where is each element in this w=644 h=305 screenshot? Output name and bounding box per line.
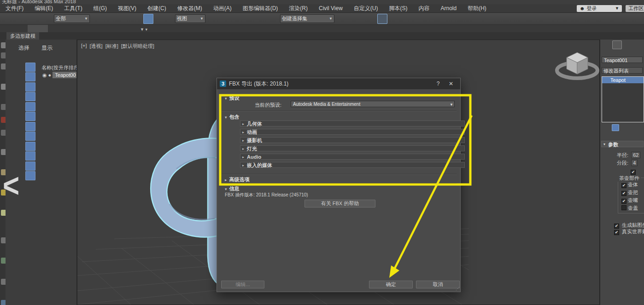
rendered-frame-window-icon[interactable]: [430, 14, 440, 24]
filter-lights-icon[interactable]: [25, 82, 35, 92]
window-crossing-icon[interactable]: [122, 14, 132, 24]
modifier-list-dropdown[interactable]: 修改器列表: [602, 67, 643, 74]
toggle-layer-explorer-icon[interactable]: [367, 14, 377, 24]
filter-groups-icon[interactable]: [25, 122, 35, 131]
menu-item[interactable]: 动画(A): [208, 4, 237, 13]
menu-item[interactable]: 组(G): [88, 4, 112, 13]
information-section-header[interactable]: 信息: [225, 185, 240, 192]
basket-icon[interactable]: [25, 230, 35, 240]
toggle-ribbon-icon[interactable]: [377, 14, 387, 24]
menu-item[interactable]: 脚本(S): [383, 4, 413, 13]
fbx-help-button[interactable]: 有关 FBX 的帮助: [304, 200, 375, 207]
explorer-object-row[interactable]: ◉ ● Teapot00: [42, 72, 77, 78]
selection-filter-dropdown[interactable]: 全部▼: [54, 14, 90, 23]
presets-section-header[interactable]: 预设: [225, 95, 240, 102]
select-and-scale-icon[interactable]: [154, 14, 164, 24]
curve-editor-icon[interactable]: [388, 14, 398, 24]
material-editor-icon[interactable]: [409, 14, 419, 24]
edit-named-selection-sets-icon[interactable]: [269, 14, 280, 24]
snaps-toggle-icon[interactable]: [227, 14, 237, 24]
menu-item[interactable]: 视图(V): [112, 4, 142, 13]
part-spout-checkbox[interactable]: ✔壶嘴: [621, 197, 638, 205]
segments-value[interactable]: 4: [631, 160, 638, 166]
menu-item[interactable]: 工具(T): [59, 4, 88, 13]
include-rollout-bar[interactable]: 摄影机: [240, 137, 465, 143]
align-icon[interactable]: [345, 14, 356, 24]
filter-cameras-icon[interactable]: [25, 92, 35, 101]
include-rollout-bar[interactable]: 动画: [240, 129, 465, 135]
motion-tab-icon[interactable]: [634, 40, 644, 49]
filter-containers-icon[interactable]: [25, 151, 35, 161]
include-rollout-bar[interactable]: 嵌入的媒体: [240, 162, 465, 168]
schematic-view-icon[interactable]: [398, 14, 409, 24]
rectangular-selection-region-icon[interactable]: [111, 14, 122, 24]
menu-item[interactable]: 内容: [413, 4, 435, 13]
object-name-field[interactable]: Teapot001: [602, 57, 643, 63]
dialog-resize-grip[interactable]: ⋰: [456, 287, 459, 291]
filter-xrefs-icon[interactable]: [25, 132, 35, 141]
select-object-icon[interactable]: [90, 14, 100, 24]
include-rollout-bar[interactable]: 几何体: [240, 121, 465, 127]
modifier-stack-item[interactable]: Teapot: [602, 77, 644, 83]
dialog-titlebar[interactable]: 3 FBX 导出 (版本: 2018.1) ? ✕: [217, 78, 460, 89]
menu-item[interactable]: Arnold: [435, 4, 462, 13]
ribbon-tab[interactable]: [109, 25, 129, 32]
explorer-object-name[interactable]: Teapot00: [53, 72, 77, 78]
include-rollout-bar[interactable]: Audio: [240, 154, 465, 160]
select-and-place-icon[interactable]: [164, 14, 175, 24]
menu-item[interactable]: 创建(C): [142, 4, 172, 13]
real-world-map-size-checkbox[interactable]: ✔: [614, 230, 619, 235]
menu-item[interactable]: 文件(F): [0, 4, 29, 13]
cancel-button[interactable]: 取消: [416, 281, 460, 288]
include-section-header[interactable]: 包含: [225, 114, 240, 121]
bind-space-warp-icon[interactable]: [43, 14, 53, 24]
workspace-button[interactable]: 工作区:: [626, 5, 644, 12]
make-unique-icon[interactable]: [622, 124, 629, 131]
angle-snap-icon[interactable]: [238, 14, 248, 24]
advanced-options-section-header[interactable]: 高级选项: [225, 176, 250, 183]
redo-icon[interactable]: [12, 14, 22, 24]
filter-shapes-icon[interactable]: [25, 72, 35, 81]
menu-item[interactable]: 编辑(E): [29, 4, 59, 13]
toggle-scene-explorer-icon[interactable]: [356, 14, 366, 24]
viewcube[interactable]: [557, 52, 597, 78]
remove-modifier-icon[interactable]: [632, 124, 639, 131]
edit-button[interactable]: 编辑...: [221, 281, 264, 288]
filter-helpers-icon[interactable]: [25, 102, 35, 111]
mirror-icon[interactable]: [335, 14, 345, 24]
modify-tab-icon[interactable]: [612, 40, 622, 49]
render-setup-icon[interactable]: [420, 14, 430, 24]
explorer-name-column-header[interactable]: 名称(按升序排序): [41, 64, 77, 71]
visibility-eye-icon[interactable]: ◉: [42, 72, 47, 78]
part-handle-checkbox[interactable]: ✔壶把: [621, 189, 638, 197]
include-rollout-bar[interactable]: 灯光: [240, 145, 465, 151]
filter-geometry-icon[interactable]: [25, 63, 35, 72]
spinner-snap-icon[interactable]: [259, 14, 269, 24]
ribbon-tab[interactable]: [68, 25, 88, 32]
ribbon-tab[interactable]: [48, 25, 68, 32]
undo-icon[interactable]: [1, 14, 11, 24]
filter-frozen-icon[interactable]: [25, 161, 35, 171]
ribbon-tab[interactable]: [88, 25, 109, 32]
percent-snap-icon[interactable]: [248, 14, 258, 24]
display-list-icon[interactable]: [25, 181, 35, 190]
menu-item[interactable]: 渲染(R): [283, 4, 313, 13]
display-expand-icon[interactable]: [25, 201, 35, 210]
smooth-checkbox[interactable]: ✔: [631, 170, 636, 175]
teapot-object[interactable]: [151, 116, 221, 286]
menu-item[interactable]: 帮助(H): [462, 4, 492, 13]
menu-item[interactable]: 图形编辑器(D): [237, 4, 284, 13]
use-pivot-center-icon[interactable]: [206, 14, 216, 24]
pin-stack-icon[interactable]: [602, 124, 609, 131]
render-production-icon[interactable]: [441, 14, 451, 24]
radius-value[interactable]: 62: [631, 152, 640, 158]
part-lid-checkbox[interactable]: 壶盖: [621, 205, 638, 213]
dialog-help-icon[interactable]: ?: [432, 79, 445, 88]
hierarchy-tab-icon[interactable]: [623, 40, 633, 49]
show-end-result-icon[interactable]: [612, 124, 619, 131]
render-in-cloud-icon[interactable]: [451, 14, 462, 24]
filter-funnel-dim-icon[interactable]: [25, 211, 35, 220]
ok-button[interactable]: 确定: [369, 281, 413, 288]
sign-in-button[interactable]: ☻ 登录 ▼: [577, 5, 622, 12]
panel-collapse-chevron[interactable]: <: [3, 164, 24, 208]
